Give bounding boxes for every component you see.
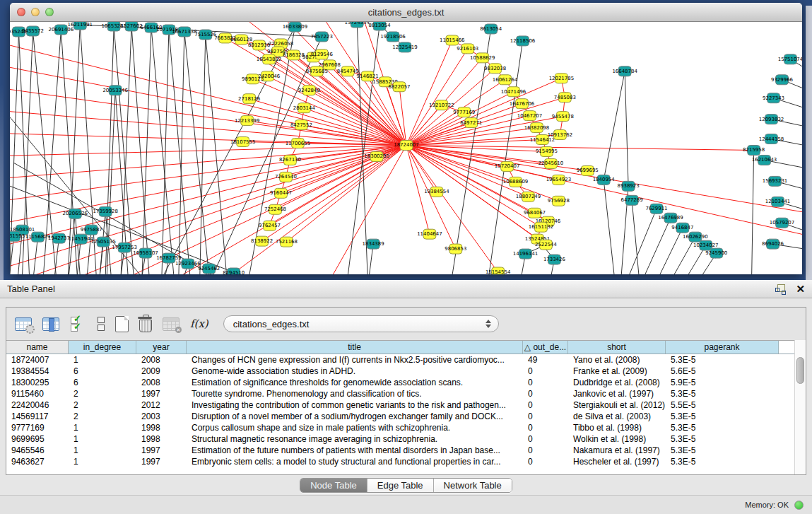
cell-year[interactable]: 2012 [136, 399, 187, 411]
column-header-year[interactable]: year [136, 341, 187, 354]
select-all-icon[interactable]: ✓✓ [70, 315, 87, 332]
cell-out_degree[interactable]: 49 [523, 354, 568, 366]
graph-node[interactable]: 10588629 [470, 53, 495, 63]
table-chooser-dropdown[interactable]: citations_edges.txt [223, 315, 499, 332]
table-vertical-scrollbar[interactable] [794, 340, 806, 474]
cell-pagerank[interactable]: 5.6E-5 [666, 366, 779, 377]
graph-node[interactable]: 6477289 [621, 195, 643, 205]
graph-node[interactable]: 10467207 [517, 111, 542, 121]
cell-name[interactable]: 22420046 [6, 399, 69, 411]
graph-node[interactable]: 12103441 [765, 197, 790, 206]
graph-node[interactable]: 12444158 [759, 134, 784, 144]
cell-short[interactable]: Yano et al. (2008) [568, 354, 666, 366]
cell-title[interactable]: Tourette syndrome. Phenomenology and cla… [187, 388, 523, 399]
cell-pagerank[interactable]: 5.3E-5 [666, 422, 779, 433]
graph-node[interactable]: 10579207 [770, 218, 794, 228]
cell-in_degree[interactable]: 1 [69, 354, 136, 366]
cell-short[interactable]: de Silva et al. (2003) [568, 411, 666, 422]
graph-node[interactable]: 17359928 [93, 206, 117, 216]
graph-node[interactable]: 15693231 [763, 176, 787, 186]
cell-short[interactable]: Nakamura et al. (1997) [568, 445, 666, 456]
graph-node[interactable]: 15751074 [778, 54, 802, 64]
close-button[interactable] [17, 8, 25, 16]
table-row[interactable]: 2242004622012Investigating the contribut… [6, 399, 794, 411]
cell-pagerank[interactable]: 5.3E-5 [666, 445, 779, 456]
graph-node[interactable]: 9242848 [298, 86, 320, 95]
graph-node[interactable]: 7264540 [275, 172, 297, 182]
cell-title[interactable]: Structural magnetic resonance image aver… [187, 433, 523, 445]
cell-out_degree[interactable]: 0 [523, 388, 568, 399]
cell-out_degree[interactable]: 0 [523, 445, 568, 456]
cell-pagerank[interactable]: 5.3E-5 [666, 354, 779, 366]
graph-node[interactable]: 12093832 [759, 115, 784, 124]
minimize-button[interactable] [31, 8, 40, 16]
cell-pagerank[interactable]: 5.5E-5 [666, 399, 779, 411]
cell-title[interactable]: Changes of HCN gene expression and I(f) … [187, 354, 523, 366]
graph-node[interactable]: 9331593 [10, 231, 25, 241]
graph-node[interactable]: 7521168 [276, 237, 298, 247]
cell-in_degree[interactable]: 6 [69, 377, 136, 388]
graph-node[interactable]: 2718126 [238, 94, 260, 104]
graph-node[interactable]: 16061264 [493, 75, 518, 85]
graph-node[interactable]: 8215958 [743, 146, 765, 156]
cell-year[interactable]: 1998 [136, 422, 187, 433]
graph-node[interactable]: 8138922 [251, 236, 273, 246]
table-row[interactable]: 946554611997Estimation of the future num… [6, 445, 794, 456]
graph-node[interactable]: 19384554 [424, 187, 449, 197]
table-row[interactable]: 969969511998Structural magnetic resonanc… [6, 433, 794, 445]
cell-out_degree[interactable]: 0 [523, 377, 568, 388]
cell-pagerank[interactable]: 5.3E-5 [666, 433, 779, 445]
graph-node[interactable]: 19218506 [380, 32, 405, 42]
float-panel-icon[interactable] [775, 284, 786, 294]
new-column-icon[interactable] [115, 316, 129, 332]
cell-out_degree[interactable]: 0 [523, 456, 568, 467]
select-columns-icon[interactable] [42, 317, 59, 331]
column-header-in_degree[interactable]: in_degree [69, 341, 136, 354]
graph-node[interactable]: 19654923 [546, 175, 571, 185]
column-header-name[interactable]: name [6, 341, 69, 354]
cell-name[interactable]: 19384554 [6, 366, 69, 377]
unselect-rows-icon[interactable] [98, 316, 105, 332]
graph-node[interactable]: 16476989 [658, 213, 683, 223]
graph-node[interactable]: 20206526 [63, 209, 88, 218]
graph-node[interactable]: 9684067 [524, 208, 546, 218]
graph-node[interactable]: 9455478 [552, 112, 574, 122]
cell-short[interactable]: Dudbridge et al. (2008) [568, 377, 666, 388]
column-header-title[interactable]: title [187, 341, 523, 354]
zoom-button[interactable] [45, 8, 54, 16]
cell-pagerank[interactable]: 5.3E-5 [666, 456, 779, 467]
cell-name[interactable]: 9463627 [6, 456, 69, 467]
graph-node[interactable]: 7629911 [645, 204, 667, 214]
graph-node[interactable]: 9245462 [198, 264, 220, 274]
graph-node[interactable]: 1942737 [48, 233, 70, 243]
column-header-out_degree[interactable]: △ out_de... [523, 341, 568, 354]
graph-node[interactable]: 8267130 [279, 155, 301, 165]
cell-short[interactable]: Hescheler et al. (1997) [568, 456, 666, 467]
graph-node[interactable]: 8938923 [618, 181, 640, 191]
graph-node[interactable]: 9756928 [548, 196, 570, 206]
column-header-pagerank[interactable]: pagerank [666, 341, 779, 354]
graph-node[interactable]: 6822057 [389, 82, 411, 92]
cell-title[interactable]: Estimation of the future numbers of pati… [187, 445, 523, 456]
graph-node[interactable]: 9245900 [705, 248, 727, 258]
graph-node[interactable]: 16671338 [172, 27, 196, 37]
table-row[interactable]: 946362711997Embryonic stem cells: a mode… [6, 456, 794, 467]
graph-node[interactable]: 8454749 [337, 66, 359, 76]
cell-year[interactable]: 2008 [136, 377, 187, 388]
graph-node[interactable]: 20053346 [102, 86, 127, 95]
cell-year[interactable]: 2008 [136, 354, 187, 366]
cell-in_degree[interactable]: 2 [69, 388, 136, 399]
graph-node[interactable]: 1840954 [593, 175, 616, 185]
network-graph[interactable]: 1872400776638228860128891293622226058982… [10, 22, 802, 274]
cell-title[interactable]: Embryonic stem cells: a model to study s… [187, 456, 523, 467]
table-row[interactable]: 1456911722003Disruption of a novel membe… [6, 411, 794, 422]
cell-year[interactable]: 1997 [136, 388, 187, 399]
cell-short[interactable]: Wolkin et al. (1998) [568, 433, 666, 445]
graph-node[interactable]: 8186328 [283, 50, 305, 60]
cell-pagerank[interactable]: 5.3E-5 [666, 388, 779, 399]
cell-in_degree[interactable]: 2 [69, 399, 136, 411]
cell-name[interactable]: 9699695 [6, 433, 69, 445]
graph-node[interactable]: 16210643 [752, 155, 777, 165]
cell-short[interactable]: Jankovic et al. (1997) [568, 388, 666, 399]
graph-node[interactable]: 1834389 [363, 239, 384, 249]
